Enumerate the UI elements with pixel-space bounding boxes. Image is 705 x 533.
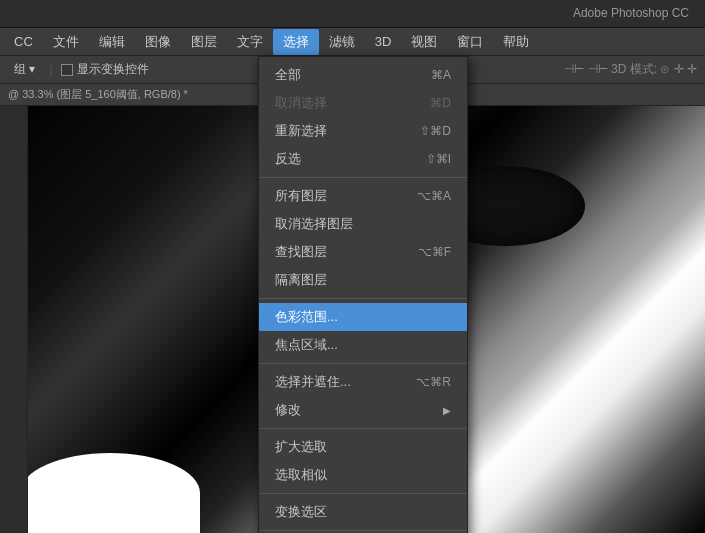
menu-item-file[interactable]: 文件 bbox=[43, 29, 89, 55]
menu-inverse-shortcut: ⇧⌘I bbox=[426, 152, 451, 166]
menu-all-layers[interactable]: 所有图层 ⌥⌘A bbox=[259, 182, 467, 210]
document-status: @ 33.3% (图层 5_160阈值, RGB/8) * bbox=[8, 87, 188, 102]
sep-3 bbox=[259, 363, 467, 364]
menu-item-text[interactable]: 文字 bbox=[227, 29, 273, 55]
menu-select-all[interactable]: 全部 ⌘A bbox=[259, 61, 467, 89]
menu-select-mask[interactable]: 选择并遮住... ⌥⌘R bbox=[259, 368, 467, 396]
menu-deselect-label: 取消选择 bbox=[275, 94, 327, 112]
menu-bar: CC 文件 编辑 图像 图层 文字 选择 滤镜 3D 视图 窗口 帮助 bbox=[0, 28, 705, 56]
menu-similar[interactable]: 选取相似 bbox=[259, 461, 467, 489]
menu-select-all-label: 全部 bbox=[275, 66, 301, 84]
menu-item-help[interactable]: 帮助 bbox=[493, 29, 539, 55]
menu-modify[interactable]: 修改 ▶ bbox=[259, 396, 467, 424]
title-bar: Adobe Photoshop CC bbox=[0, 0, 705, 28]
menu-reselect-shortcut: ⇧⌘D bbox=[420, 124, 451, 138]
menu-item-window[interactable]: 窗口 bbox=[447, 29, 493, 55]
menu-similar-label: 选取相似 bbox=[275, 466, 327, 484]
left-toolbar bbox=[0, 106, 28, 533]
menu-reselect[interactable]: 重新选择 ⇧⌘D bbox=[259, 117, 467, 145]
menu-grow-label: 扩大选取 bbox=[275, 438, 327, 456]
menu-item-filter[interactable]: 滤镜 bbox=[319, 29, 365, 55]
menu-isolate-layers-label: 隔离图层 bbox=[275, 271, 327, 289]
menu-focus-area-label: 焦点区域... bbox=[275, 336, 338, 354]
menu-transform-label: 变换选区 bbox=[275, 503, 327, 521]
menu-modify-arrow: ▶ bbox=[443, 405, 451, 416]
menu-item-layer[interactable]: 图层 bbox=[181, 29, 227, 55]
menu-select-all-shortcut: ⌘A bbox=[431, 68, 451, 82]
menu-all-layers-label: 所有图层 bbox=[275, 187, 327, 205]
transform-controls-label: 显示变换控件 bbox=[77, 61, 149, 78]
menu-color-range[interactable]: 色彩范围... bbox=[259, 303, 467, 331]
menu-modify-label: 修改 bbox=[275, 401, 301, 419]
menu-deselect-layers[interactable]: 取消选择图层 bbox=[259, 210, 467, 238]
menu-color-range-label: 色彩范围... bbox=[275, 308, 338, 326]
toolbar-right-icons: ⊣⊢ ⊣⊢ 3D 模式: ⊙ ✛ ✛ bbox=[564, 61, 697, 78]
menu-item-3d[interactable]: 3D bbox=[365, 30, 402, 53]
menu-grow[interactable]: 扩大选取 bbox=[259, 433, 467, 461]
sep-2 bbox=[259, 298, 467, 299]
transform-controls-checkbox[interactable] bbox=[61, 64, 73, 76]
menu-item-cc[interactable]: CC bbox=[4, 30, 43, 53]
menu-item-select[interactable]: 选择 bbox=[273, 29, 319, 55]
menu-find-layer[interactable]: 查找图层 ⌥⌘F bbox=[259, 238, 467, 266]
sep-6 bbox=[259, 530, 467, 531]
menu-all-layers-shortcut: ⌥⌘A bbox=[417, 189, 451, 203]
white-blob bbox=[20, 453, 200, 533]
menu-transform[interactable]: 变换选区 bbox=[259, 498, 467, 526]
menu-item-view[interactable]: 视图 bbox=[401, 29, 447, 55]
app-title: Adobe Photoshop CC bbox=[573, 6, 689, 20]
menu-find-layer-label: 查找图层 bbox=[275, 243, 327, 261]
menu-focus-area[interactable]: 焦点区域... bbox=[259, 331, 467, 359]
menu-deselect[interactable]: 取消选择 ⌘D bbox=[259, 89, 467, 117]
menu-select-mask-shortcut: ⌥⌘R bbox=[416, 375, 451, 389]
toolbar-group-label: 组 ▾ bbox=[8, 59, 41, 80]
menu-reselect-label: 重新选择 bbox=[275, 122, 327, 140]
sep-4 bbox=[259, 428, 467, 429]
transform-controls-area: 显示变换控件 bbox=[61, 61, 149, 78]
menu-item-image[interactable]: 图像 bbox=[135, 29, 181, 55]
select-menu-dropdown: 全部 ⌘A 取消选择 ⌘D 重新选择 ⇧⌘D 反选 ⇧⌘I 所有图层 ⌥⌘A 取… bbox=[258, 56, 468, 533]
menu-find-layer-shortcut: ⌥⌘F bbox=[418, 245, 451, 259]
menu-deselect-layers-label: 取消选择图层 bbox=[275, 215, 353, 233]
sep-1 bbox=[259, 177, 467, 178]
toolbar-divider: | bbox=[49, 62, 52, 77]
menu-select-mask-label: 选择并遮住... bbox=[275, 373, 351, 391]
menu-deselect-shortcut: ⌘D bbox=[430, 96, 451, 110]
menu-inverse-label: 反选 bbox=[275, 150, 301, 168]
menu-isolate-layers[interactable]: 隔离图层 bbox=[259, 266, 467, 294]
sep-5 bbox=[259, 493, 467, 494]
menu-inverse[interactable]: 反选 ⇧⌘I bbox=[259, 145, 467, 173]
menu-item-edit[interactable]: 编辑 bbox=[89, 29, 135, 55]
